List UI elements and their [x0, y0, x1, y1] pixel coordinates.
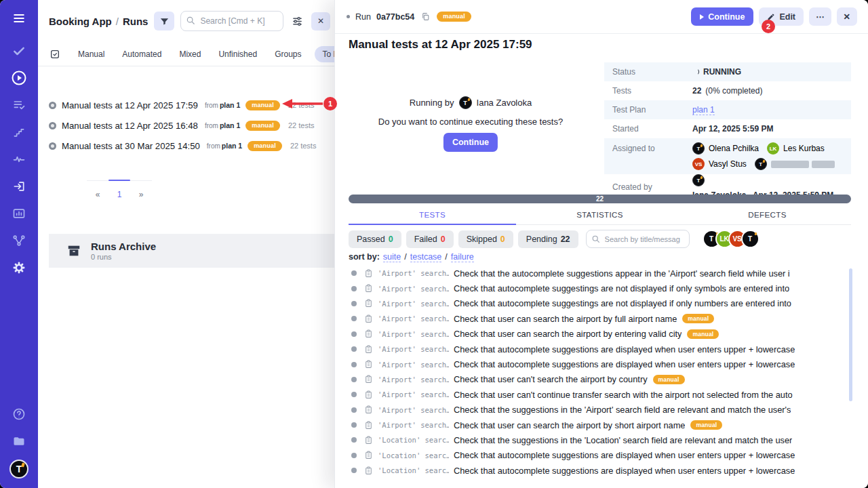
- test-row[interactable]: 'Airport' search… Check that the suggest…: [335, 403, 848, 418]
- run-status-icon: [49, 102, 56, 109]
- pagination-page-1[interactable]: 1: [108, 190, 130, 199]
- continue-button[interactable]: Continue: [691, 7, 753, 26]
- test-row[interactable]: 'Airport' search… Check that user can se…: [335, 418, 848, 432]
- pagination-prev[interactable]: «: [87, 190, 108, 199]
- test-row[interactable]: 'Location' searc… Check that the suggest…: [335, 432, 848, 447]
- runs-filter-tab[interactable]: Mixed: [179, 49, 201, 59]
- run-list-item[interactable]: Manual tests at 30 Mar 2025 14:50 frompl…: [38, 136, 334, 156]
- copy-icon[interactable]: [421, 12, 430, 21]
- test-suite-name: 'Airport' search…: [378, 269, 449, 277]
- filter-button[interactable]: [154, 12, 174, 30]
- view-settings-icon[interactable]: [290, 14, 304, 28]
- test-row[interactable]: 'Airport' search… Check that autocomplet…: [335, 296, 848, 311]
- runner-avatar: T: [459, 96, 472, 109]
- status-filter-chip[interactable]: Pending 22: [518, 230, 578, 248]
- menu-icon[interactable]: [10, 9, 28, 27]
- started-value: Apr 12, 2025 5:59 PM: [692, 124, 773, 134]
- run-status-dot: [347, 15, 350, 18]
- progress-bar: 22: [349, 195, 851, 203]
- sign-in-icon[interactable]: [10, 178, 28, 195]
- clipboard-icon: [364, 421, 373, 430]
- reports-icon[interactable]: [10, 205, 28, 222]
- runs-filter-tab[interactable]: Automated: [122, 49, 161, 59]
- test-row[interactable]: 'Airport' search… Check that user can't …: [335, 372, 848, 387]
- search-input[interactable]: [180, 11, 283, 31]
- test-suite-name: 'Airport' search…: [378, 300, 449, 308]
- close-panel-button[interactable]: ✕: [311, 12, 330, 30]
- clipboard-icon: [364, 360, 373, 369]
- assignee[interactable]: VS Vasyl Stus: [692, 158, 747, 170]
- status-filter-chip[interactable]: Passed 0: [349, 230, 401, 248]
- run-detail-tab[interactable]: DEFECTS: [684, 205, 851, 225]
- tests-search-input[interactable]: [586, 230, 690, 248]
- test-title: Check that user can search the airport b…: [454, 329, 682, 339]
- run-from: fromplan 1: [207, 142, 242, 150]
- test-row[interactable]: 'Airport' search… Check that autocomplet…: [335, 342, 848, 357]
- run-detail-tab[interactable]: TESTS: [349, 205, 516, 225]
- runs-archive[interactable]: Runs Archive 0 runs: [49, 234, 334, 268]
- help-icon[interactable]: [10, 405, 28, 423]
- test-suite-name: 'Location' searc…: [378, 466, 449, 474]
- steps-icon[interactable]: [10, 123, 28, 141]
- test-row[interactable]: 'Airport' search… Check that the autocom…: [335, 266, 848, 281]
- runs-icon[interactable]: [10, 69, 28, 87]
- run-status-icon: [49, 122, 56, 129]
- user-avatar[interactable]: T: [9, 460, 28, 479]
- test-row[interactable]: 'Airport' search… Check that autocomplet…: [335, 281, 848, 296]
- sort-option-link[interactable]: suite: [383, 252, 401, 262]
- runs-filter-tab[interactable]: Unfinished: [218, 49, 257, 59]
- pagination-next[interactable]: »: [130, 190, 152, 199]
- sort-option-link[interactable]: testcase: [410, 252, 442, 262]
- runs-filter-tab[interactable]: Manual: [78, 49, 104, 59]
- runs-filter-tab[interactable]: Groups: [275, 49, 301, 59]
- test-plan-link[interactable]: plan 1: [692, 105, 715, 115]
- assignee[interactable]: T: [755, 158, 835, 170]
- run-title: Manual tests at 12 Apr 2025 17:59: [62, 100, 198, 110]
- assignee[interactable]: T Olena Pchilka: [692, 142, 759, 155]
- clipboard-icon: [364, 299, 373, 308]
- run-list-item[interactable]: Manual tests at 12 Apr 2025 16:48 frompl…: [38, 115, 334, 136]
- close-run-button[interactable]: ✕: [837, 7, 857, 26]
- clipboard-icon: [364, 466, 373, 475]
- assignee-avatar-cluster[interactable]: T LK VS T: [703, 230, 760, 248]
- select-all-icon[interactable]: [49, 48, 60, 60]
- assignee[interactable]: LK Les Kurbas: [767, 142, 825, 155]
- sort-option-link[interactable]: failure: [451, 252, 474, 262]
- list-scrollbar[interactable]: [849, 268, 852, 401]
- status-dot-icon: [351, 453, 357, 458]
- activity-icon[interactable]: [10, 150, 28, 168]
- settings-gear-icon[interactable]: [10, 259, 28, 277]
- projects-folder-icon[interactable]: [10, 432, 28, 450]
- status-dot-icon: [351, 392, 357, 397]
- continue-run-button[interactable]: Continue: [443, 133, 498, 152]
- test-row[interactable]: 'Location' searc… Check that autocomplet…: [335, 463, 848, 478]
- test-row[interactable]: 'Airport' search… Check that user can se…: [335, 327, 848, 342]
- run-detail-panel: Run 0a77bc54 manual Continue Edit ⋯ ✕: [334, 0, 868, 488]
- status-filter-chip[interactable]: Failed 0: [406, 230, 454, 248]
- status-dot-icon: [351, 468, 357, 473]
- run-detail-tab[interactable]: STATISTICS: [516, 205, 684, 225]
- play-icon: [700, 14, 704, 20]
- clipboard-icon: [364, 329, 373, 338]
- run-title-heading: Manual tests at 12 Apr 2025 17:59: [349, 38, 532, 52]
- test-title: Check that autocomplete suggestions are …: [454, 450, 795, 460]
- running-by-label: Running by: [410, 98, 454, 108]
- test-row[interactable]: 'Location' searc… Check that autocomplet…: [335, 448, 848, 463]
- run-tests-count: 22 tests: [288, 121, 315, 129]
- manual-badge: manual: [690, 420, 722, 430]
- runs-filter-tab[interactable]: To Review: [315, 46, 334, 62]
- test-row[interactable]: 'Airport' search… Check that user can se…: [335, 311, 848, 326]
- milestones-icon[interactable]: [10, 232, 28, 249]
- shared-steps-icon[interactable]: [10, 96, 28, 114]
- annotation-marker-1: 1: [323, 97, 337, 110]
- test-title: Check that user can search the airport b…: [454, 420, 685, 430]
- more-actions-button[interactable]: ⋯: [809, 7, 831, 26]
- status-filter-chip[interactable]: Skipped 0: [458, 230, 513, 248]
- test-row[interactable]: 'Airport' search… Check that user can't …: [335, 387, 848, 402]
- clipboard-icon: [364, 436, 373, 445]
- detail-row-tests: Tests 22(0% completed): [604, 81, 851, 100]
- test-cases-icon[interactable]: [10, 42, 28, 60]
- test-row[interactable]: 'Airport' search… Check that autocomplet…: [335, 357, 848, 371]
- detail-row-plan: Test Plan plan 1: [604, 100, 851, 119]
- breadcrumb-project[interactable]: Booking App: [49, 16, 112, 27]
